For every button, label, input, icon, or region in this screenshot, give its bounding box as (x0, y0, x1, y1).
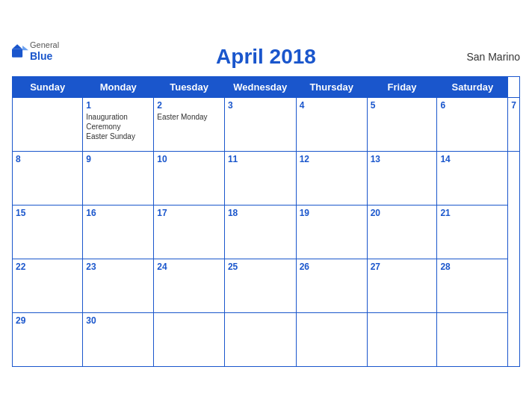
calendar-cell (437, 312, 508, 366)
day-number: 24 (157, 262, 221, 272)
calendar-cell: 22 (13, 259, 83, 312)
event-label: Easter Sunday (86, 132, 150, 141)
calendar-cell: 24 (154, 259, 225, 312)
calendar-wrapper: General Blue April 2018 San Marino Sunda… (0, 33, 532, 379)
header-wednesday: Wednesday (224, 76, 296, 97)
calendar-cell: 28 (437, 259, 508, 312)
calendar-cell: 6 (437, 97, 508, 151)
calendar-cell: 19 (296, 205, 367, 259)
calendar-cell: 16 (83, 205, 154, 259)
calendar-cell: 10 (154, 151, 225, 205)
day-number: 3 (228, 100, 293, 111)
day-number: 15 (16, 208, 79, 218)
day-number: 14 (440, 154, 504, 164)
calendar-week-row: 15161718192021 (13, 205, 520, 259)
calendar-cell: 21 (437, 205, 508, 259)
calendar-table: Sunday Monday Tuesday Wednesday Thursday… (12, 76, 520, 367)
calendar-cell: 13 (367, 151, 437, 205)
country-label: San Marino (466, 51, 520, 63)
calendar-cell: 26 (296, 259, 367, 312)
calendar-cell: 5 (367, 97, 437, 151)
day-number: 6 (440, 100, 504, 111)
general-blue-icon (12, 44, 28, 58)
day-number: 8 (16, 154, 79, 164)
calendar-cell: 3 (224, 97, 296, 151)
day-number: 5 (371, 100, 434, 111)
calendar-cell: 15 (13, 205, 83, 259)
day-number: 19 (300, 208, 364, 218)
day-number: 13 (371, 154, 434, 164)
calendar-cell: 8 (13, 151, 83, 205)
calendar-cell: 29 (13, 312, 83, 366)
svg-marker-1 (12, 45, 22, 49)
day-number: 9 (86, 154, 150, 164)
event-label: Inauguration Ceremony (86, 112, 150, 132)
day-number: 10 (157, 154, 221, 164)
calendar-cell: 7 (508, 97, 520, 151)
day-number: 1 (86, 100, 150, 111)
calendar-cell: 27 (367, 259, 437, 312)
day-number: 2 (157, 100, 221, 111)
day-number: 23 (86, 262, 150, 272)
day-number: 29 (16, 315, 79, 326)
logo-general-text: General (30, 40, 59, 50)
calendar-cell: 1Inauguration CeremonyEaster Sunday (83, 97, 154, 151)
calendar-cell: 25 (224, 259, 296, 312)
calendar-cell: 18 (224, 205, 296, 259)
day-number: 18 (228, 208, 293, 218)
calendar-cell (13, 97, 83, 151)
svg-rect-0 (12, 49, 22, 58)
header-friday: Friday (367, 76, 437, 97)
calendar-week-row: 891011121314 (13, 151, 520, 205)
header-sunday: Sunday (13, 76, 83, 97)
calendar-week-row: 1Inauguration CeremonyEaster Sunday2East… (13, 97, 520, 151)
calendar-week-row: 22232425262728 (13, 259, 520, 312)
calendar-cell (296, 312, 367, 366)
day-number: 7 (511, 100, 516, 111)
header-monday: Monday (83, 76, 154, 97)
day-number: 4 (300, 100, 364, 111)
calendar-cell (154, 312, 225, 366)
calendar-cell: 12 (296, 151, 367, 205)
calendar-cell: 9 (83, 151, 154, 205)
day-number: 22 (16, 262, 79, 272)
event-label: Easter Monday (157, 112, 221, 122)
logo-area: General Blue (12, 40, 59, 63)
day-number: 26 (300, 262, 364, 272)
header-saturday: Saturday (437, 76, 508, 97)
day-number: 16 (86, 208, 150, 218)
calendar-title: April 2018 (216, 45, 316, 69)
calendar-cell: 14 (437, 151, 508, 205)
calendar-cell: 23 (83, 259, 154, 312)
day-number: 28 (440, 262, 504, 272)
calendar-cell: 30 (83, 312, 154, 366)
day-number: 30 (86, 315, 150, 326)
calendar-cell: 20 (367, 205, 437, 259)
day-number: 17 (157, 208, 221, 218)
calendar-cell: 17 (154, 205, 225, 259)
calendar-week-row: 2930 (13, 312, 520, 366)
header-tuesday: Tuesday (154, 76, 225, 97)
day-number: 11 (228, 154, 293, 164)
day-number: 20 (371, 208, 434, 218)
calendar-cell: 4 (296, 97, 367, 151)
calendar-cell (367, 312, 437, 366)
day-number: 25 (228, 262, 293, 272)
day-number: 27 (371, 262, 434, 272)
calendar-cell: 2Easter Monday (154, 97, 225, 151)
svg-marker-2 (22, 46, 28, 50)
calendar-header: General Blue April 2018 San Marino (12, 40, 520, 73)
calendar-cell (224, 312, 296, 366)
day-number: 21 (440, 208, 504, 218)
weekday-header-row: Sunday Monday Tuesday Wednesday Thursday… (13, 76, 520, 97)
day-number: 12 (300, 154, 364, 164)
header-thursday: Thursday (296, 76, 367, 97)
logo-blue-text: Blue (30, 50, 59, 63)
calendar-cell: 11 (224, 151, 296, 205)
